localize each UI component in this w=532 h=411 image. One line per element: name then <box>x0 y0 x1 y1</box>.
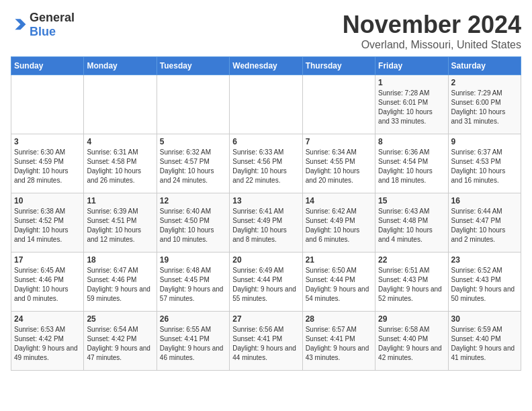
calendar-cell: 7Sunrise: 6:34 AM Sunset: 4:55 PM Daylig… <box>302 134 375 193</box>
calendar-cell: 6Sunrise: 6:33 AM Sunset: 4:56 PM Daylig… <box>230 134 302 193</box>
calendar-body: 1Sunrise: 7:28 AM Sunset: 6:01 PM Daylig… <box>11 75 521 371</box>
calendar-cell: 19Sunrise: 6:48 AM Sunset: 4:45 PM Dayli… <box>157 253 229 312</box>
day-info: Sunrise: 7:29 AM Sunset: 6:00 PM Dayligh… <box>451 89 518 126</box>
day-header-wednesday: Wednesday <box>230 57 302 75</box>
calendar-week-4: 17Sunrise: 6:45 AM Sunset: 4:46 PM Dayli… <box>11 253 521 312</box>
month-title: November 2024 <box>343 11 521 39</box>
day-info: Sunrise: 6:57 AM Sunset: 4:41 PM Dayligh… <box>306 325 372 363</box>
day-info: Sunrise: 6:58 AM Sunset: 4:40 PM Dayligh… <box>378 325 445 363</box>
calendar-cell: 3Sunrise: 6:30 AM Sunset: 4:59 PM Daylig… <box>11 134 84 193</box>
calendar-cell: 4Sunrise: 6:31 AM Sunset: 4:58 PM Daylig… <box>84 134 157 193</box>
day-number: 13 <box>232 196 299 205</box>
day-number: 3 <box>14 137 81 146</box>
calendar-cell: 15Sunrise: 6:43 AM Sunset: 4:48 PM Dayli… <box>375 193 448 253</box>
day-number: 27 <box>232 314 299 324</box>
calendar-cell: 18Sunrise: 6:47 AM Sunset: 4:46 PM Dayli… <box>84 253 157 312</box>
day-info: Sunrise: 6:45 AM Sunset: 4:46 PM Dayligh… <box>14 266 81 304</box>
day-info: Sunrise: 6:43 AM Sunset: 4:48 PM Dayligh… <box>378 207 445 244</box>
day-number: 25 <box>87 314 153 324</box>
logo-text-general: General <box>30 11 75 24</box>
day-info: Sunrise: 6:38 AM Sunset: 4:52 PM Dayligh… <box>14 207 81 244</box>
calendar-cell <box>230 75 302 134</box>
day-number: 7 <box>306 137 372 146</box>
calendar-cell: 20Sunrise: 6:49 AM Sunset: 4:44 PM Dayli… <box>230 253 302 312</box>
day-info: Sunrise: 6:41 AM Sunset: 4:49 PM Dayligh… <box>232 207 299 244</box>
calendar-cell: 28Sunrise: 6:57 AM Sunset: 4:41 PM Dayli… <box>302 312 375 371</box>
logo-text-blue: Blue <box>30 25 56 38</box>
calendar-cell: 22Sunrise: 6:51 AM Sunset: 4:43 PM Dayli… <box>375 253 448 312</box>
day-number: 12 <box>160 196 226 205</box>
day-number: 14 <box>306 196 372 205</box>
day-header-monday: Monday <box>84 57 157 75</box>
day-header-saturday: Saturday <box>448 57 521 75</box>
day-info: Sunrise: 6:53 AM Sunset: 4:42 PM Dayligh… <box>14 325 81 363</box>
day-number: 21 <box>306 255 372 265</box>
day-info: Sunrise: 6:33 AM Sunset: 4:56 PM Dayligh… <box>232 148 299 185</box>
calendar-cell: 27Sunrise: 6:56 AM Sunset: 4:41 PM Dayli… <box>230 312 302 371</box>
day-header-friday: Friday <box>375 57 448 75</box>
calendar-cell <box>157 75 229 134</box>
day-number: 23 <box>451 255 518 265</box>
day-info: Sunrise: 6:31 AM Sunset: 4:58 PM Dayligh… <box>87 148 153 185</box>
day-info: Sunrise: 6:51 AM Sunset: 4:43 PM Dayligh… <box>378 266 445 304</box>
calendar-cell: 9Sunrise: 6:37 AM Sunset: 4:53 PM Daylig… <box>448 134 521 193</box>
calendar-cell: 13Sunrise: 6:41 AM Sunset: 4:49 PM Dayli… <box>230 193 302 253</box>
day-info: Sunrise: 6:40 AM Sunset: 4:50 PM Dayligh… <box>160 207 226 244</box>
day-info: Sunrise: 6:59 AM Sunset: 4:40 PM Dayligh… <box>451 325 518 363</box>
calendar-cell: 16Sunrise: 6:44 AM Sunset: 4:47 PM Dayli… <box>448 193 521 253</box>
calendar-table: SundayMondayTuesdayWednesdayThursdayFrid… <box>11 56 521 371</box>
calendar-cell: 11Sunrise: 6:39 AM Sunset: 4:51 PM Dayli… <box>84 193 157 253</box>
day-number: 22 <box>378 255 445 265</box>
calendar-cell: 23Sunrise: 6:52 AM Sunset: 4:43 PM Dayli… <box>448 253 521 312</box>
day-info: Sunrise: 6:39 AM Sunset: 4:51 PM Dayligh… <box>87 207 153 244</box>
title-area: November 2024 Overland, Missouri, United… <box>343 11 521 51</box>
calendar-cell: 25Sunrise: 6:54 AM Sunset: 4:42 PM Dayli… <box>84 312 157 371</box>
calendar-cell <box>302 75 375 134</box>
calendar-cell <box>84 75 157 134</box>
day-number: 26 <box>160 314 226 324</box>
location-title: Overland, Missouri, United States <box>343 39 521 51</box>
day-header-tuesday: Tuesday <box>157 57 229 75</box>
calendar-cell: 12Sunrise: 6:40 AM Sunset: 4:50 PM Dayli… <box>157 193 229 253</box>
day-info: Sunrise: 6:34 AM Sunset: 4:55 PM Dayligh… <box>306 148 372 185</box>
day-number: 1 <box>378 78 445 87</box>
day-info: Sunrise: 6:37 AM Sunset: 4:53 PM Dayligh… <box>451 148 518 185</box>
day-number: 24 <box>14 314 81 324</box>
day-number: 2 <box>451 78 518 87</box>
calendar-header-row: SundayMondayTuesdayWednesdayThursdayFrid… <box>11 57 521 75</box>
day-number: 9 <box>451 137 518 146</box>
day-number: 29 <box>378 314 445 324</box>
day-info: Sunrise: 6:52 AM Sunset: 4:43 PM Dayligh… <box>451 266 518 304</box>
day-number: 5 <box>160 137 226 146</box>
day-info: Sunrise: 6:42 AM Sunset: 4:49 PM Dayligh… <box>306 207 372 244</box>
day-info: Sunrise: 6:49 AM Sunset: 4:44 PM Dayligh… <box>232 266 299 304</box>
day-number: 16 <box>451 196 518 205</box>
calendar-cell: 24Sunrise: 6:53 AM Sunset: 4:42 PM Dayli… <box>11 312 84 371</box>
day-info: Sunrise: 6:30 AM Sunset: 4:59 PM Dayligh… <box>14 148 81 185</box>
calendar-cell: 30Sunrise: 6:59 AM Sunset: 4:40 PM Dayli… <box>448 312 521 371</box>
day-info: Sunrise: 7:28 AM Sunset: 6:01 PM Dayligh… <box>378 89 445 126</box>
day-info: Sunrise: 6:55 AM Sunset: 4:41 PM Dayligh… <box>160 325 226 363</box>
day-header-thursday: Thursday <box>302 57 375 75</box>
day-info: Sunrise: 6:50 AM Sunset: 4:44 PM Dayligh… <box>306 266 372 304</box>
calendar-cell: 29Sunrise: 6:58 AM Sunset: 4:40 PM Dayli… <box>375 312 448 371</box>
day-number: 11 <box>87 196 153 205</box>
day-number: 30 <box>451 314 518 324</box>
day-number: 17 <box>14 255 81 265</box>
calendar-week-5: 24Sunrise: 6:53 AM Sunset: 4:42 PM Dayli… <box>11 312 521 371</box>
logo: General Blue <box>11 11 75 39</box>
calendar-cell: 5Sunrise: 6:32 AM Sunset: 4:57 PM Daylig… <box>157 134 229 193</box>
logo-icon <box>11 17 27 33</box>
day-number: 15 <box>378 196 445 205</box>
day-number: 8 <box>378 137 445 146</box>
day-header-sunday: Sunday <box>11 57 84 75</box>
day-info: Sunrise: 6:32 AM Sunset: 4:57 PM Dayligh… <box>160 148 226 185</box>
day-info: Sunrise: 6:44 AM Sunset: 4:47 PM Dayligh… <box>451 207 518 244</box>
calendar-cell: 1Sunrise: 7:28 AM Sunset: 6:01 PM Daylig… <box>375 75 448 134</box>
calendar-cell: 10Sunrise: 6:38 AM Sunset: 4:52 PM Dayli… <box>11 193 84 253</box>
day-number: 28 <box>306 314 372 324</box>
day-info: Sunrise: 6:36 AM Sunset: 4:54 PM Dayligh… <box>378 148 445 185</box>
day-number: 18 <box>87 255 153 265</box>
calendar-cell: 21Sunrise: 6:50 AM Sunset: 4:44 PM Dayli… <box>302 253 375 312</box>
calendar-cell: 26Sunrise: 6:55 AM Sunset: 4:41 PM Dayli… <box>157 312 229 371</box>
